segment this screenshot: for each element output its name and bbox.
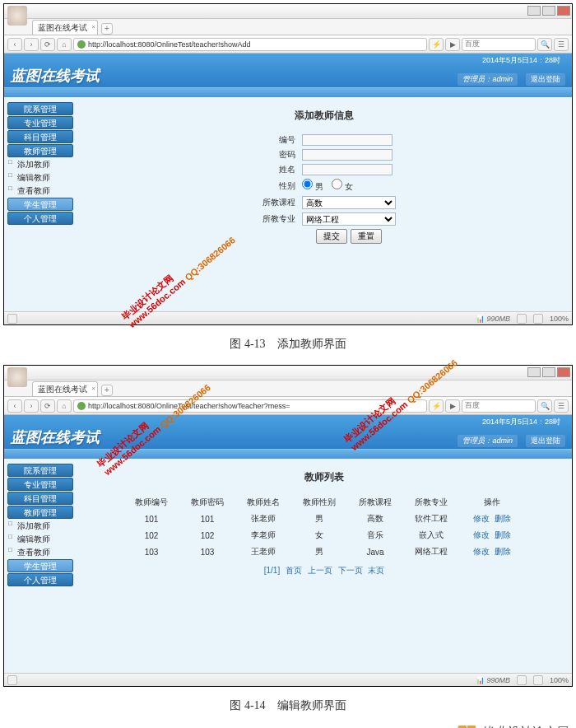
content-area: 教师列表 教师编号 教师密码 教师姓名 教师性别 所教课程 所教专业 操作 10… xyxy=(77,459,572,673)
sidebar-item-faculties[interactable]: 院系管理 xyxy=(7,464,73,477)
search-button[interactable]: 🔍 xyxy=(537,399,552,413)
sidebar-item-teachers[interactable]: 教师管理 xyxy=(7,506,73,519)
logout-link[interactable]: 退出登陆 xyxy=(526,435,565,447)
status-zoom[interactable]: 100% xyxy=(550,676,569,684)
input-name[interactable] xyxy=(302,164,393,175)
status-bar: 📊 990MB 100% xyxy=(4,311,572,324)
input-pwd[interactable] xyxy=(302,149,393,161)
back-button[interactable]: ‹ xyxy=(7,399,22,413)
footer-text: 毕业设计论文网 xyxy=(481,725,568,728)
status-zoom[interactable]: 100% xyxy=(550,315,569,323)
sidebar-item-students[interactable]: 学生管理 xyxy=(7,559,73,572)
edit-link[interactable]: 修改 xyxy=(473,530,490,539)
sidebar-item-subjects[interactable]: 科目管理 xyxy=(7,130,73,143)
profile-avatar xyxy=(7,6,27,26)
globe-icon xyxy=(77,402,86,410)
status-left-icon[interactable] xyxy=(7,675,17,685)
globe-icon xyxy=(77,40,86,49)
new-tab-button[interactable]: + xyxy=(101,23,113,35)
sidebar-sub-view-teacher[interactable]: 查看教师 xyxy=(7,546,73,559)
maximize-button[interactable] xyxy=(542,6,555,16)
tab-title: 蓝图在线考试 xyxy=(38,385,87,394)
status-icon[interactable] xyxy=(533,675,543,685)
sidebar-sub-view-teacher[interactable]: 查看教师 xyxy=(7,184,73,198)
minimize-button[interactable] xyxy=(527,367,541,377)
pager-first[interactable]: 首页 xyxy=(286,566,302,575)
logout-link[interactable]: 退出登陆 xyxy=(526,73,565,86)
edit-link[interactable]: 修改 xyxy=(473,547,490,556)
close-button[interactable] xyxy=(557,367,570,377)
select-course[interactable]: 高数 xyxy=(302,196,396,209)
list-title: 教师列表 xyxy=(96,470,552,484)
sidebar-item-personal[interactable]: 个人管理 xyxy=(7,212,73,225)
delete-link[interactable]: 删除 xyxy=(495,530,511,539)
pager-info: [1/1] xyxy=(264,566,280,575)
figure-caption-1: 图 4-13 添加教师界面 xyxy=(0,332,576,362)
sidebar-item-faculties[interactable]: 院系管理 xyxy=(7,102,73,115)
forward-button[interactable]: › xyxy=(24,399,39,413)
minimize-button[interactable] xyxy=(527,6,541,16)
delete-link[interactable]: 删除 xyxy=(495,547,511,556)
submit-button[interactable]: 提交 xyxy=(316,229,347,244)
col-sex: 教师性别 xyxy=(291,494,347,511)
table-row: 103103王老师男Java网络工程 修改删除 xyxy=(123,544,525,560)
menu-button[interactable]: ☰ xyxy=(554,399,569,413)
sidebar-item-majors[interactable]: 专业管理 xyxy=(7,478,73,491)
label-pwd: 密码 xyxy=(249,147,299,162)
new-tab-button[interactable]: + xyxy=(101,385,113,396)
home-button[interactable]: ⌂ xyxy=(57,399,72,413)
browser-tab[interactable]: 蓝图在线考试× xyxy=(32,381,98,396)
reset-button[interactable]: 重置 xyxy=(351,229,382,244)
forward-button[interactable]: › xyxy=(24,38,39,51)
reload-button[interactable]: ⟳ xyxy=(40,399,55,413)
sidebar-item-majors[interactable]: 专业管理 xyxy=(7,116,73,129)
status-disk: 📊 990MB xyxy=(476,676,510,684)
lightning-button[interactable]: ⚡ xyxy=(429,38,444,51)
col-name: 教师姓名 xyxy=(235,494,291,511)
home-button[interactable]: ⌂ xyxy=(57,38,72,51)
status-icon[interactable] xyxy=(517,314,527,324)
search-box[interactable]: 百度 xyxy=(462,399,536,413)
sidebar-sub-edit-teacher[interactable]: 编辑教师 xyxy=(7,533,73,546)
label-sex: 性别 xyxy=(249,177,299,194)
search-button[interactable]: 🔍 xyxy=(537,38,552,51)
maximize-button[interactable] xyxy=(542,367,555,377)
sidebar-item-teachers[interactable]: 教师管理 xyxy=(7,144,73,157)
pager-last[interactable]: 末页 xyxy=(368,566,384,575)
sidebar-item-subjects[interactable]: 科目管理 xyxy=(7,492,73,505)
select-major[interactable]: 网络工程 xyxy=(302,212,396,226)
radio-female[interactable] xyxy=(332,179,342,189)
sidebar-sub-add-teacher[interactable]: 添加教师 xyxy=(7,520,73,533)
lightning-button[interactable]: ⚡ xyxy=(429,399,444,413)
status-icon[interactable] xyxy=(533,314,543,324)
reload-button[interactable]: ⟳ xyxy=(40,38,55,51)
delete-link[interactable]: 删除 xyxy=(495,514,511,523)
input-id[interactable] xyxy=(302,134,393,146)
back-button[interactable]: ‹ xyxy=(7,38,22,51)
pager-prev[interactable]: 上一页 xyxy=(308,566,332,575)
status-left-icon[interactable] xyxy=(7,314,17,324)
play-button[interactable]: ▶ xyxy=(445,399,460,413)
admin-info: 管理员：admin xyxy=(458,435,518,447)
col-ops: 操作 xyxy=(459,494,525,511)
profile-avatar xyxy=(7,367,27,387)
sidebar-item-students[interactable]: 学生管理 xyxy=(7,198,73,211)
close-icon[interactable]: × xyxy=(91,23,95,30)
close-icon[interactable]: × xyxy=(91,385,95,392)
menu-button[interactable]: ☰ xyxy=(554,38,569,51)
radio-male[interactable] xyxy=(302,179,313,189)
status-icon[interactable] xyxy=(517,675,527,685)
address-bar[interactable]: http://localhost:8080/OnlineTest/teacher… xyxy=(73,399,427,413)
search-box[interactable]: 百度 xyxy=(462,38,536,51)
pager-next[interactable]: 下一页 xyxy=(338,566,363,575)
browser-tab[interactable]: 蓝图在线考试× xyxy=(32,20,98,35)
sidebar-item-personal[interactable]: 个人管理 xyxy=(7,573,73,586)
search-hint: 百度 xyxy=(465,39,480,49)
edit-link[interactable]: 修改 xyxy=(473,514,490,523)
close-button[interactable] xyxy=(557,6,570,16)
label-id: 编号 xyxy=(249,133,299,147)
play-button[interactable]: ▶ xyxy=(445,38,460,51)
address-bar[interactable]: http://localhost:8080/OnlineTest/teacher… xyxy=(73,38,427,51)
sidebar-sub-edit-teacher[interactable]: 编辑教师 xyxy=(7,171,73,184)
sidebar-sub-add-teacher[interactable]: 添加教师 xyxy=(7,158,73,171)
